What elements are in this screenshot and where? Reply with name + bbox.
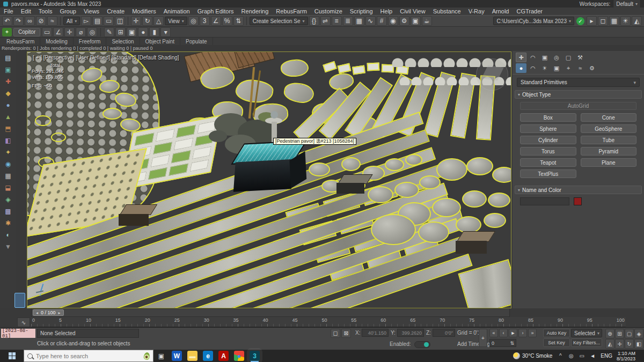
category-cameras[interactable]: ▣ xyxy=(551,63,562,73)
left-tool-explorer-icon[interactable]: ▤ xyxy=(2,52,14,63)
go-to-end-button[interactable]: » xyxy=(528,329,537,337)
use-pivot-center-icon[interactable]: ◎ xyxy=(188,16,199,26)
undo-icon[interactable]: ↶ xyxy=(2,16,12,26)
flagstone-paver[interactable] xyxy=(235,78,274,104)
round-paver[interactable] xyxy=(492,167,511,183)
schematic-view-icon[interactable]: # xyxy=(377,16,387,26)
left-tool-half-icon[interactable]: ◐ xyxy=(2,229,14,240)
box-tool-icon[interactable]: ▣ xyxy=(127,27,137,37)
go-to-start-button[interactable]: « xyxy=(489,329,498,337)
category-systems[interactable]: ⚙ xyxy=(587,63,597,73)
object-type-rollout[interactable]: Object Type xyxy=(515,90,642,99)
round-paver[interactable] xyxy=(484,213,506,228)
category-space-warps[interactable]: ≈ xyxy=(575,63,586,73)
set-key-button[interactable]: Set Key xyxy=(543,338,570,347)
angle-snap-icon[interactable]: ∠ xyxy=(211,16,221,26)
white-tile[interactable] xyxy=(338,63,352,74)
select-and-scale-icon[interactable]: △ xyxy=(153,16,164,26)
cube-block[interactable] xyxy=(336,183,364,194)
named-selection-sets-dropdown[interactable]: Create Selection Se xyxy=(250,17,308,25)
left-tool-target-icon[interactable]: ◉ xyxy=(2,158,14,169)
window-crossing-icon[interactable]: ◫ xyxy=(115,16,125,26)
left-tool-layer-icon[interactable]: ▣ xyxy=(2,64,14,75)
bind-to-space-warp-icon[interactable]: ≈ xyxy=(47,16,57,26)
curve-editor-icon[interactable]: ∿ xyxy=(365,16,376,26)
app-file-explorer[interactable]: ▬ xyxy=(187,351,197,361)
app-chrome[interactable]: ● xyxy=(234,351,244,361)
round-paver[interactable] xyxy=(462,190,487,208)
cube-block[interactable] xyxy=(456,241,487,254)
search-input[interactable] xyxy=(36,353,116,359)
flagstone-paver[interactable] xyxy=(280,59,309,78)
lighting-analysis-icon[interactable]: ☀ xyxy=(620,16,631,26)
select-by-name-icon[interactable]: ▤ xyxy=(92,16,103,26)
current-frame-field[interactable]: 0 ⇅ xyxy=(489,339,516,347)
snaps-toggle-icon[interactable]: 3 xyxy=(200,16,210,26)
tray-volume-icon[interactable]: ◄ xyxy=(589,353,596,359)
cylinder-tool-icon[interactable]: ▮ xyxy=(149,27,159,37)
flagstone-paver[interactable] xyxy=(328,71,355,92)
weather-widget[interactable]: 30°C Smoke xyxy=(513,352,552,359)
render-setup-icon[interactable]: ⚙ xyxy=(399,16,409,26)
zoom-icon[interactable]: ⊕ xyxy=(605,329,614,338)
language-indicator[interactable]: ENG xyxy=(601,353,612,359)
primitive-class-dropdown[interactable]: Standard Primitives xyxy=(517,78,640,87)
maximize-viewport-icon[interactable]: ◧ xyxy=(634,339,643,349)
mini-curve-editor-button[interactable]: ∿ xyxy=(17,317,30,327)
category-geometry[interactable]: ● xyxy=(516,63,526,73)
angle-tool-icon[interactable]: ∠ xyxy=(53,27,63,37)
left-tool-mesh-icon[interactable]: ▲ xyxy=(2,111,14,122)
reference-coordsys-dropdown[interactable]: View xyxy=(165,17,187,25)
round-paver[interactable] xyxy=(385,158,404,171)
measure-icon[interactable]: ▭ xyxy=(42,27,52,37)
select-object-icon[interactable]: ▻ xyxy=(81,16,91,26)
selection-lock-icon[interactable]: ⊠ xyxy=(341,329,351,338)
tab-modify[interactable]: ◠ xyxy=(528,53,538,62)
zoom-extents-icon[interactable]: ▢ xyxy=(625,329,634,338)
time-slider-handle[interactable]: ◂ 0 / 100 ▸ xyxy=(33,309,64,316)
axis-tool-icon[interactable]: ✛ xyxy=(64,27,75,37)
app-edge[interactable]: e xyxy=(203,351,213,361)
round-paver[interactable] xyxy=(371,214,416,245)
round-paver[interactable] xyxy=(432,198,461,217)
left-tool-gem-icon[interactable]: ◈ xyxy=(2,194,14,205)
plugin-logo-icon[interactable]: ✦ xyxy=(2,28,12,36)
category-helpers[interactable]: ⌖ xyxy=(563,63,574,73)
round-paver[interactable] xyxy=(341,157,361,171)
unlink-selection-icon[interactable]: ⊘ xyxy=(36,16,46,26)
compass-icon[interactable]: ◎ xyxy=(87,27,97,37)
paint-tool-icon[interactable]: ✎ xyxy=(104,27,114,37)
viewport-layout-tab[interactable] xyxy=(14,293,25,308)
zoom-extents-all-icon[interactable]: ◈ xyxy=(634,329,643,338)
app-acrobat[interactable]: A xyxy=(218,351,229,361)
round-paver[interactable] xyxy=(436,158,467,181)
round-paver[interactable] xyxy=(419,175,441,189)
round-paver[interactable] xyxy=(405,154,422,166)
left-tool-spline-icon[interactable]: ◧ xyxy=(2,135,14,146)
y-coordinate-field[interactable]: 399.2620 xyxy=(397,329,424,337)
copitor-button[interactable]: Copitor xyxy=(13,28,40,36)
viewport-canvas[interactable]: x [ + ] [Perspective] [User Defined] [St… xyxy=(27,51,511,308)
taskbar-clock[interactable]: 1:10 AM 8/1/2023 xyxy=(617,351,635,361)
tab-motion[interactable]: ◎ xyxy=(551,53,562,62)
rendered-frame-icon[interactable]: ▣ xyxy=(411,16,421,26)
key-filters-button[interactable]: Key Filters... xyxy=(571,338,602,347)
material-editor-icon[interactable]: ◉ xyxy=(388,16,398,26)
z-coordinate-field[interactable]: 0'0" xyxy=(433,329,455,337)
isolate-icon[interactable]: ◻ xyxy=(598,16,608,26)
next-frame-arrow-icon[interactable]: ▸ xyxy=(58,311,61,315)
render-production-icon[interactable]: ☕ xyxy=(422,16,432,26)
select-and-move-icon[interactable]: ✛ xyxy=(131,16,141,26)
task-view-button[interactable]: ▣ xyxy=(156,351,166,361)
start-button[interactable] xyxy=(0,350,24,362)
app-3dsmax[interactable]: 3 xyxy=(250,351,260,361)
left-tool-material-icon[interactable]: ◆ xyxy=(2,87,14,99)
tab-display[interactable]: ▢ xyxy=(563,53,574,62)
tray-status-icon[interactable]: ◎ xyxy=(567,353,575,359)
redo-icon[interactable]: ↷ xyxy=(13,16,24,26)
left-tool-box-icon[interactable]: ⬒ xyxy=(2,123,14,134)
rock[interactable] xyxy=(209,130,227,142)
frame-spinner-icon[interactable]: ⇅ xyxy=(510,341,514,346)
left-tool-light-icon[interactable]: ● xyxy=(2,99,14,110)
x-coordinate-field[interactable]: 40'1.150 xyxy=(362,329,389,337)
